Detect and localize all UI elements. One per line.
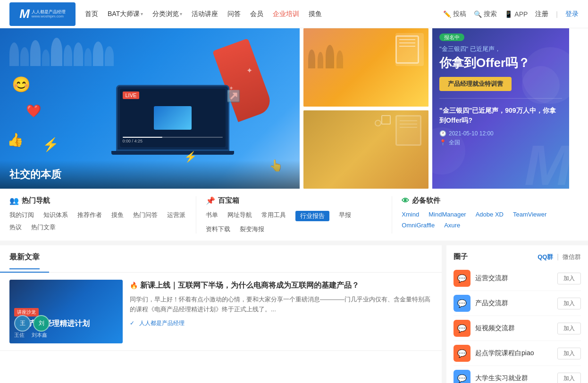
software-link-teamviewer[interactable]: TeamViewer: [513, 211, 546, 218]
quanzi-title: 圈子: [454, 252, 468, 261]
hot-nav-icon: 👥: [9, 196, 19, 205]
banner-side-bottom[interactable]: 如何构建电商产品认知体系?: [303, 110, 428, 189]
hot-nav-link-knowledge[interactable]: 知识体系: [43, 211, 68, 219]
nav-qa[interactable]: 问答: [227, 10, 241, 18]
hot-nav-header: 👥 热门导航: [9, 196, 186, 205]
group-join-1[interactable]: 加入: [557, 298, 581, 309]
header: M 人人都是产品经理 www.woshipm.com 首页 BAT大师课 ▾ 分…: [0, 0, 588, 28]
post-action[interactable]: ✏️ 投稿: [443, 10, 466, 18]
hot-nav-link-hotarticles[interactable]: 热门文章: [31, 223, 56, 232]
app-action[interactable]: 📱 APP: [504, 10, 528, 18]
promo-subtitle: "金三银四" 已近尾声，: [432, 41, 569, 55]
banner-side-top[interactable]: 用户体验研究方法论全景图: [303, 28, 428, 107]
hot-nav-link-subscription[interactable]: 我的订阅: [9, 211, 34, 219]
baibaoxiang-link-industry[interactable]: 行业报告: [295, 211, 329, 221]
software-link-xmind[interactable]: Xmind: [402, 211, 419, 218]
group-icon-intern: 💬: [454, 370, 470, 383]
hot-nav-link-moyu[interactable]: 摸鱼: [111, 211, 124, 219]
chat-icon-1: 💬: [457, 299, 467, 308]
login-link[interactable]: 登录: [565, 10, 579, 18]
action-separator: |: [557, 253, 559, 261]
baibaoxiang-icon: 📌: [206, 196, 215, 205]
article-info: 🔥 新课上线｜互联网下半场，为什么电商将成为互联网的基建产品？ 同学们，早上好！…: [130, 280, 432, 343]
quick-nav-area: 👥 热门导航 我的订阅 知识体系 推荐作者 摸鱼 热门问答 运营派 热议 热门文…: [0, 189, 588, 241]
banner-main-overlay: 社交的本质: [0, 160, 300, 189]
software-link-omnigraffle[interactable]: OmniGraffle: [402, 222, 435, 229]
nav-bat[interactable]: BAT大师课 ▾: [108, 10, 143, 18]
hot-nav-links: 我的订阅 知识体系 推荐作者 摸鱼 热门问答 运营派 热议 热门文章: [9, 211, 186, 232]
nav-category[interactable]: 分类浏览 ▾: [152, 10, 182, 18]
software-link-mindmanager[interactable]: MindManager: [428, 211, 466, 218]
quanzi-header: 圈子 QQ群 | 微信群: [454, 252, 581, 261]
baibaoxiang-section: 📌 百宝箱 书单 网址导航 常用工具 行业报告 早报 资料下载 裂变海报: [196, 196, 393, 233]
weixin-action[interactable]: 微信群: [563, 253, 581, 261]
hot-nav-link-hotdiscuss[interactable]: 热议: [9, 223, 22, 232]
baibaoxiang-link-zaobao[interactable]: 早报: [339, 211, 351, 221]
site-logo[interactable]: M 人人都是产品经理 www.woshipm.com: [9, 2, 76, 26]
baibaoxiang-links: 书单 网址导航 常用工具 行业报告 早报 资料下载 裂变海报: [206, 211, 383, 233]
group-item-0: 💬 运营交流群 加入: [454, 266, 581, 291]
group-name-1: 产品交流群: [475, 299, 557, 308]
promo-badge-area: 报名中: [432, 28, 569, 41]
baibaoxiang-link-shudan[interactable]: 书单: [206, 211, 218, 221]
hot-nav-link-authors[interactable]: 推荐作者: [77, 211, 102, 219]
nav-moyu[interactable]: 摸鱼: [309, 10, 322, 18]
nav-home[interactable]: 首页: [85, 10, 98, 18]
nav-events[interactable]: 活动讲座: [192, 10, 218, 18]
group-join-2[interactable]: 加入: [557, 323, 581, 334]
banner-side: 用户体验研究方法论全景图 如何构建电商产品认知体系?: [303, 28, 428, 189]
article-author-name[interactable]: 人人都是产品经理: [139, 319, 185, 327]
promo-date: 🕐 2021-05-10 12:00: [439, 130, 562, 137]
group-name-2: 短视频交流群: [475, 324, 557, 333]
nav-member[interactable]: 会员: [250, 10, 263, 18]
emoji-heart: ❤️: [26, 104, 41, 118]
article-title[interactable]: 🔥 新课上线｜互联网下半场，为什么电商将成为互联网的基建产品？: [130, 280, 432, 291]
group-item-2: 💬 短视频交流群 加入: [454, 316, 581, 341]
baibaoxiang-link-tools[interactable]: 常用工具: [261, 211, 286, 221]
baibaoxiang-link-data[interactable]: 资料下载: [206, 225, 230, 233]
article-meta: ✓ 人人都是产品经理: [130, 319, 432, 327]
lightning1: ⚡: [42, 137, 59, 152]
latest-articles-header: 最新文章: [0, 245, 49, 273]
banner-main[interactable]: LIVE 0:00 / 4:25 😊: [0, 28, 300, 189]
baibaoxiang-link-liebian[interactable]: 裂变海报: [240, 225, 264, 233]
register-link[interactable]: 注册: [535, 10, 548, 18]
group-join-4[interactable]: 加入: [557, 373, 581, 383]
baibaoxiang-link-wangzhi[interactable]: 网址导航: [227, 211, 252, 221]
promo-btn[interactable]: 产品经理就业特训营: [439, 77, 562, 91]
group-icon-qidian: 💬: [454, 345, 470, 362]
location-icon: 📍: [439, 139, 446, 146]
fire-icon: 🔥: [130, 281, 138, 291]
group-join-3[interactable]: 加入: [557, 348, 581, 359]
group-item-4: 💬 大学生实习就业群 加入: [454, 366, 581, 383]
nav-enterprise[interactable]: 企业培训: [273, 10, 299, 18]
search-action[interactable]: 🔍 搜索: [474, 10, 497, 18]
live-badge: LIVE: [123, 92, 140, 99]
logo-letter: M: [19, 7, 30, 21]
promo-meta: 🕐 2021-05-10 12:00 📍 全国: [439, 130, 562, 147]
software-icon: 👁: [402, 197, 409, 205]
banner-promo[interactable]: M 报名中 "金三银四" 已近尾声， 你拿到Offer吗？ 产品经理就业特训营 …: [432, 28, 569, 189]
right-sidebar: 圈子 QQ群 | 微信群 💬 运营交流群 加入 💬 产品交流群: [446, 245, 588, 383]
logo-url: www.woshipm.com: [32, 15, 66, 18]
banner-main-title: 社交的本质: [9, 167, 290, 182]
group-join-0[interactable]: 加入: [557, 273, 581, 284]
hot-nav-section: 👥 热门导航 我的订阅 知识体系 推荐作者 摸鱼 热门问答 运营派 热议 热门文…: [9, 196, 196, 233]
article-thumbnail[interactable]: 讲座沙龙 电商产品经理精进计划 王佐 刘本鑫 王 刘: [9, 280, 123, 343]
group-item-1: 💬 产品交流群 加入: [454, 291, 581, 316]
quanzi-section: 圈子 QQ群 | 微信群 💬 运营交流群 加入 💬 产品交流群: [446, 245, 588, 383]
thumb-author1: 王佐: [14, 332, 25, 339]
hot-nav-link-yunying[interactable]: 运营派: [167, 211, 185, 219]
software-header: 👁 必备软件: [402, 196, 579, 205]
group-icon-yunying: 💬: [454, 270, 470, 287]
thumb-author2: 刘本鑫: [32, 332, 47, 339]
verified-icon: ✓: [130, 320, 134, 326]
software-link-adobexd[interactable]: Adobe XD: [476, 211, 504, 218]
qq-action[interactable]: QQ群: [538, 253, 553, 261]
group-icon-product: 💬: [454, 295, 470, 312]
software-link-axure[interactable]: Axure: [444, 222, 460, 229]
hot-nav-link-qa[interactable]: 热门问答: [133, 211, 158, 219]
promo-badge: 报名中: [439, 33, 464, 41]
software-links: Xmind MindManager Adobe XD TeamViewer Om…: [402, 211, 579, 229]
latest-articles-title: 最新文章: [9, 252, 40, 269]
